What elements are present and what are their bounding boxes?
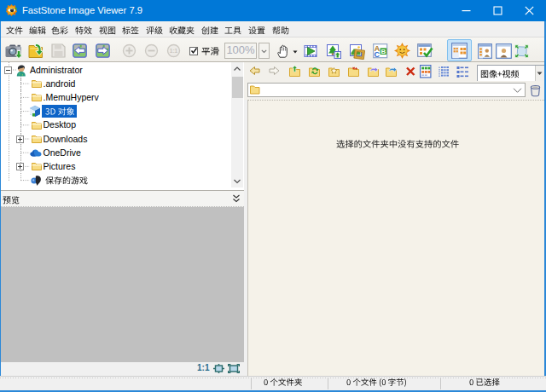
- svg-text:1:1: 1:1: [170, 48, 178, 54]
- svg-text:C: C: [375, 50, 380, 59]
- svg-text:B: B: [381, 48, 386, 55]
